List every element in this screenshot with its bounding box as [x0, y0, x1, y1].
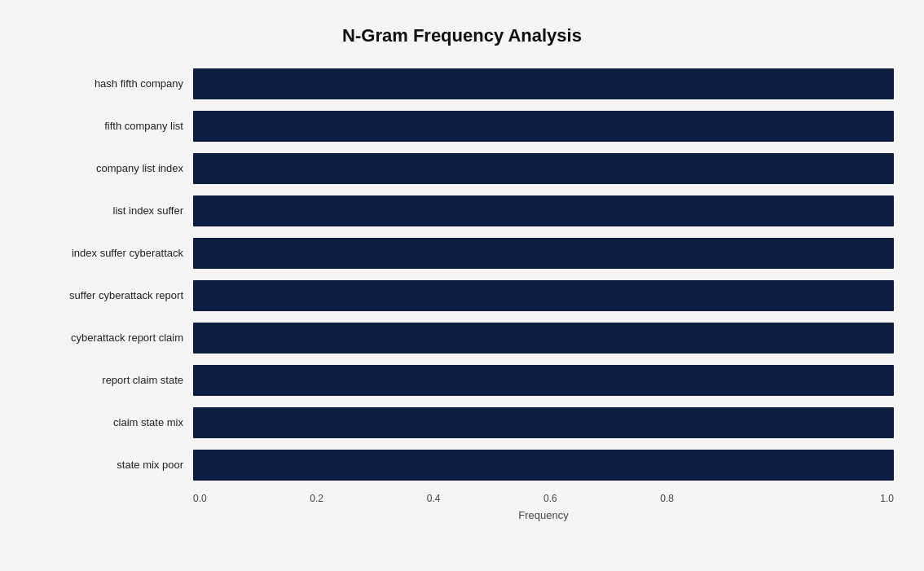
bar-fill	[193, 153, 894, 184]
x-tick: 0.4	[427, 493, 543, 504]
x-tick: 1.0	[777, 493, 894, 504]
chart-title: N-Gram Frequency Analysis	[30, 25, 894, 46]
bar-row: cyberattack report claim	[30, 317, 894, 359]
bar-row: report claim state	[30, 359, 894, 402]
bar-row: fifth company list	[30, 105, 894, 147]
bar-row: list index suffer	[30, 190, 894, 232]
bar-label: fifth company list	[30, 120, 193, 132]
x-axis: 0.00.20.40.60.81.0	[193, 493, 894, 504]
bar-label: report claim state	[30, 374, 193, 386]
bar-label: suffer cyberattack report	[30, 289, 193, 301]
bar-track	[193, 407, 894, 438]
bar-track	[193, 323, 894, 354]
bar-label: claim state mix	[30, 416, 193, 428]
bar-track	[193, 68, 894, 99]
bar-track	[193, 280, 894, 311]
bar-track	[193, 111, 894, 142]
bar-row: company list index	[30, 147, 894, 190]
x-tick: 0.6	[543, 493, 660, 504]
bar-label: state mix poor	[30, 459, 193, 471]
chart-area: hash fifth companyfifth company listcomp…	[30, 63, 894, 486]
x-axis-label: Frequency	[193, 509, 894, 521]
chart-container: N-Gram Frequency Analysis hash fifth com…	[14, 9, 910, 563]
x-tick: 0.0	[193, 493, 310, 504]
bar-fill	[193, 450, 894, 481]
bar-label: list index suffer	[30, 204, 193, 217]
bar-row: index suffer cyberattack	[30, 232, 894, 275]
bar-track	[193, 238, 894, 269]
bar-fill	[193, 280, 894, 311]
bar-track	[193, 153, 894, 184]
bar-label: cyberattack report claim	[30, 332, 193, 344]
bar-label: hash fifth company	[30, 77, 193, 90]
x-tick: 0.2	[310, 493, 426, 504]
bar-fill	[193, 323, 894, 354]
bar-fill	[193, 365, 894, 396]
bar-row: suffer cyberattack report	[30, 275, 894, 317]
bar-row: claim state mix	[30, 402, 894, 444]
bar-label: company list index	[30, 162, 193, 174]
bar-fill	[193, 238, 894, 269]
bar-track	[193, 450, 894, 481]
bar-row: hash fifth company	[30, 63, 894, 105]
bar-track	[193, 195, 894, 226]
bar-fill	[193, 68, 894, 99]
x-tick: 0.8	[660, 493, 777, 504]
bar-fill	[193, 195, 894, 226]
bar-fill	[193, 111, 894, 142]
bar-fill	[193, 407, 894, 438]
bar-label: index suffer cyberattack	[30, 247, 193, 259]
bar-row: state mix poor	[30, 444, 894, 486]
bar-track	[193, 365, 894, 396]
